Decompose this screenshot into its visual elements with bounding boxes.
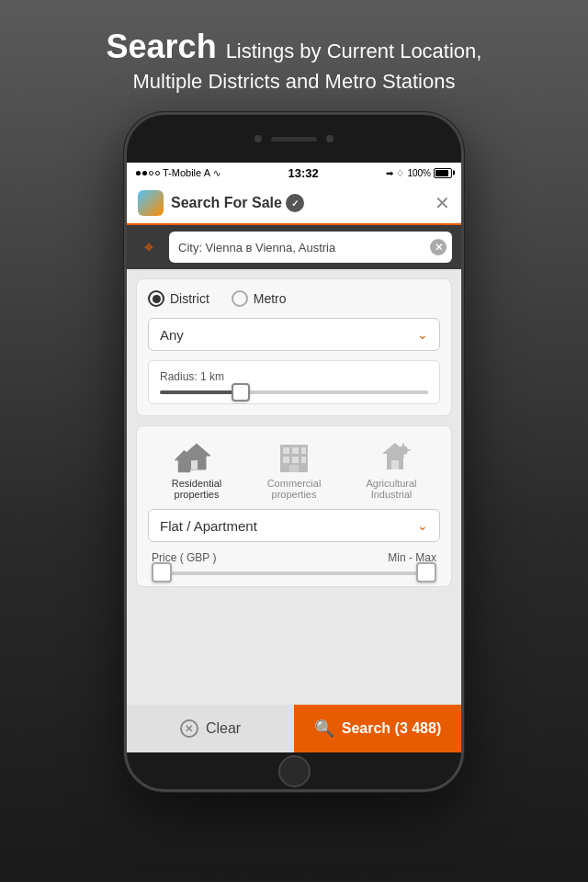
radio-district[interactable]: District	[148, 290, 209, 307]
svg-rect-9	[301, 457, 306, 463]
search-btn-label: Search (3 488)	[342, 720, 442, 737]
agricultural-icon	[368, 437, 414, 474]
carrier-label: T-Mobile A	[163, 167, 210, 178]
volume-down-button	[124, 299, 127, 345]
property-type-commercial[interactable]: Commercialproperties	[245, 437, 343, 500]
app-icon	[138, 190, 164, 216]
district-dropdown-value: Any	[160, 327, 184, 343]
volume-up-button	[124, 243, 127, 289]
camera-dot	[254, 135, 262, 142]
nav-bar: Search For Sale ✓ ✕	[127, 183, 461, 225]
svg-rect-12	[391, 460, 399, 469]
subtype-dropdown[interactable]: Flat / Apartment ⌄	[148, 509, 440, 542]
bottom-bar: ✕ Clear 🔍 Search (3 488)	[127, 705, 461, 752]
subtype-chevron-icon: ⌄	[417, 518, 428, 533]
header-subtitle: Listings by Current Location,	[226, 40, 482, 63]
svg-rect-4	[283, 447, 289, 454]
wifi-icon: ∿	[213, 168, 220, 178]
district-dropdown[interactable]: Any ⌄	[148, 318, 440, 351]
search-clear-icon[interactable]: ✕	[430, 239, 447, 255]
radio-group: District Metro	[148, 290, 440, 307]
search-mag-icon: 🔍	[314, 718, 334, 739]
radio-metro-label: Metro	[254, 291, 287, 306]
residential-label: Residentialproperties	[172, 478, 221, 500]
price-slider-thumb-max[interactable]	[416, 562, 436, 582]
status-bar: T-Mobile A ∿ 13:32 ➡ ♢ 100%	[127, 163, 461, 183]
phone-bottom-bezel	[127, 752, 461, 789]
power-button	[461, 225, 464, 271]
search-bar: ⌖ City: Vienna в Vienna, Austria ✕	[127, 225, 461, 269]
home-button[interactable]	[278, 755, 311, 787]
signal-dots	[136, 171, 160, 175]
clear-button[interactable]: ✕ Clear	[127, 705, 294, 752]
radio-district-label: District	[170, 291, 209, 306]
battery-icon	[434, 168, 452, 178]
price-section: Price ( GBP ) Min - Max	[148, 551, 440, 575]
agricultural-label: AgriculturalIndustrial	[366, 478, 416, 500]
search-input-text: City: Vienna в Vienna, Austria	[178, 241, 335, 254]
nav-title-text: Search For Sale	[171, 195, 282, 211]
filter-card: District Metro Any ⌄ Radius: 1 km	[136, 278, 452, 416]
svg-rect-7	[283, 457, 289, 463]
radius-slider-thumb[interactable]	[232, 383, 250, 401]
residential-icon	[174, 437, 220, 474]
header-search-word: Search	[107, 28, 217, 66]
speaker-grille	[271, 137, 317, 141]
mute-button	[124, 207, 127, 232]
bluetooth-icon: ♢	[396, 168, 404, 178]
svg-point-13	[399, 446, 408, 455]
property-icons-row: Residentialproperties	[148, 437, 440, 500]
arrow-icon: ➡	[386, 168, 393, 178]
chevron-down-icon: ⌄	[417, 327, 428, 342]
radius-section: Radius: 1 km	[148, 360, 440, 404]
price-slider-track[interactable]	[152, 571, 436, 575]
nav-dropdown-icon[interactable]: ✓	[286, 194, 304, 212]
property-type-agricultural[interactable]: AgriculturalIndustrial	[343, 437, 440, 500]
close-button[interactable]: ✕	[435, 192, 450, 214]
search-input-container[interactable]: City: Vienna в Vienna, Austria ✕	[169, 232, 452, 263]
radio-metro[interactable]: Metro	[232, 290, 287, 307]
clear-label: Clear	[206, 720, 241, 737]
radio-district-circle	[148, 290, 164, 307]
clear-x-icon: ✕	[180, 719, 198, 738]
commercial-icon	[271, 437, 317, 474]
phone-top-bezel	[127, 115, 461, 163]
header-line2: Multiple Districts and Metro Stations	[37, 70, 551, 94]
location-target-icon[interactable]: ⌖	[136, 234, 162, 260]
price-label-row: Price ( GBP ) Min - Max	[152, 551, 436, 564]
status-right: ➡ ♢ 100%	[386, 168, 452, 178]
status-left: T-Mobile A ∿	[136, 167, 220, 178]
commercial-label: Commercialproperties	[267, 478, 322, 500]
price-slider-thumb-min[interactable]	[152, 562, 172, 582]
subtype-dropdown-value: Flat / Apartment	[160, 518, 257, 534]
radio-metro-circle	[232, 290, 248, 307]
svg-rect-1	[191, 460, 198, 469]
svg-rect-6	[301, 447, 306, 454]
phone-shell: T-Mobile A ∿ 13:32 ➡ ♢ 100% Search For S…	[124, 112, 464, 792]
svg-rect-10	[289, 465, 299, 472]
svg-rect-8	[292, 457, 299, 463]
radius-slider-fill	[160, 390, 241, 394]
search-button[interactable]: 🔍 Search (3 488)	[294, 705, 461, 752]
property-card: Residentialproperties	[136, 425, 452, 587]
svg-rect-5	[292, 447, 299, 454]
phone-screen: T-Mobile A ∿ 13:32 ➡ ♢ 100% Search For S…	[127, 163, 461, 752]
radio-district-inner	[153, 295, 161, 303]
battery-label: 100%	[407, 168, 431, 178]
property-type-residential[interactable]: Residentialproperties	[148, 437, 245, 500]
radius-label: Radius: 1 km	[160, 370, 428, 383]
content-area: District Metro Any ⌄ Radius: 1 km	[127, 269, 461, 705]
radius-slider-track[interactable]	[160, 390, 428, 394]
header-area: Search Listings by Current Location, Mul…	[0, 0, 588, 112]
clock: 13:32	[288, 166, 319, 180]
nav-title: Search For Sale ✓	[171, 194, 427, 212]
camera-dot2	[326, 135, 334, 142]
